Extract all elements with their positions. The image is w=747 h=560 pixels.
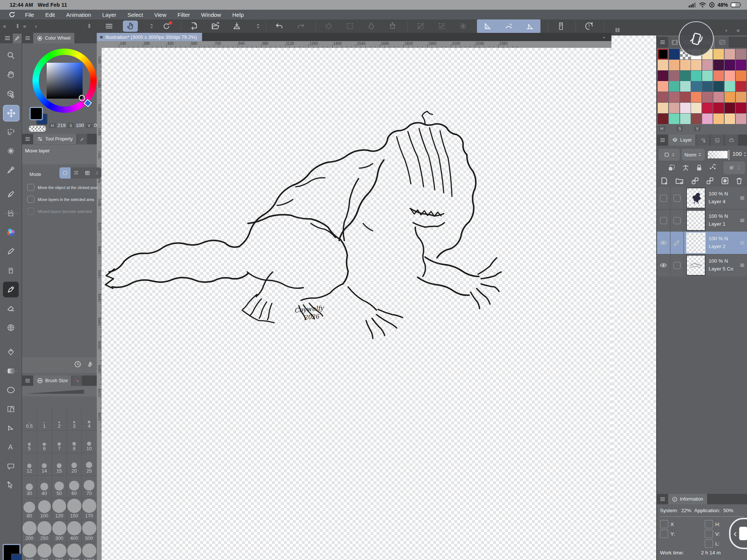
brush-size-120[interactable]: 120: [52, 498, 67, 520]
opacity-slider[interactable]: [708, 151, 729, 158]
tab-brush-detail-stub[interactable]: [77, 134, 87, 144]
brush-size-2[interactable]: 2: [52, 408, 67, 431]
history-swatch[interactable]: [702, 114, 713, 124]
brush-size-250[interactable]: 250: [37, 520, 52, 543]
mask-options-button[interactable]: [723, 161, 745, 174]
history-swatch[interactable]: [713, 92, 724, 102]
tool-property-menu-icon[interactable]: [22, 136, 33, 142]
history-swatch[interactable]: [658, 103, 668, 113]
brush-size-70[interactable]: 70: [82, 476, 97, 498]
history-swatch[interactable]: [713, 71, 724, 81]
brush-size-4[interactable]: 4: [82, 408, 97, 431]
toolbar-updown-chevrons-button[interactable]: [144, 21, 159, 32]
brush-size-5[interactable]: 5: [22, 431, 37, 453]
toolbar-updown-chevrons-button[interactable]: [251, 21, 266, 32]
history-swatch[interactable]: [736, 71, 746, 81]
tool-spray[interactable]: [3, 263, 19, 278]
toolbar-redo-button[interactable]: [293, 21, 308, 32]
toolbar-ruler-snap-button[interactable]: [523, 21, 537, 32]
tool-figure[interactable]: [3, 382, 19, 398]
tool-hand[interactable]: [3, 67, 19, 83]
tab-brush-density-stub[interactable]: [72, 375, 82, 386]
layer-options-icon[interactable]: [740, 217, 746, 223]
menu-help[interactable]: Help: [227, 12, 249, 18]
brush-size-30[interactable]: 30: [22, 476, 37, 498]
history-swatch[interactable]: [691, 103, 701, 113]
history-swatch[interactable]: [725, 49, 735, 59]
toolbar-clip-studio-button[interactable]: [159, 21, 174, 32]
merge-down-button[interactable]: [706, 176, 715, 185]
mode-tone-button[interactable]: [71, 167, 82, 179]
main-color-chip[interactable]: [30, 107, 43, 120]
color-history-menu-icon[interactable]: [657, 39, 668, 46]
brush-size-1000[interactable]: 1000: [67, 543, 82, 560]
toolbar-save-file-button[interactable]: [229, 21, 244, 32]
transfer-down-button[interactable]: [691, 176, 700, 185]
brush-size-1[interactable]: 1: [37, 408, 52, 431]
tool-palette-menu-icon[interactable]: [4, 34, 11, 42]
tool-palette-tab[interactable]: [13, 34, 22, 43]
tool-decoration[interactable]: [3, 225, 19, 240]
brush-size-150[interactable]: 150: [67, 498, 82, 520]
tab-brush-size[interactable]: Brush Size: [33, 375, 71, 386]
history-swatch[interactable]: [669, 92, 679, 102]
history-swatch[interactable]: [725, 114, 735, 124]
toolbar-open-file-button[interactable]: [208, 21, 223, 32]
layer-editing-pencil-icon[interactable]: [670, 232, 684, 254]
color-wheel-menu-icon[interactable]: [22, 35, 33, 41]
tool-ruler-tool[interactable]: [3, 420, 19, 436]
tab-color-set[interactable]: [716, 37, 729, 48]
history-swatch[interactable]: [725, 71, 735, 81]
mode-more-chevrons[interactable]: [93, 167, 101, 179]
tool-balloon[interactable]: [3, 458, 19, 474]
expand-right2-icon[interactable]: »: [737, 27, 740, 33]
layer-row-layer-2[interactable]: 100 % NLayer 2: [657, 232, 747, 254]
layer-row-layer-5-co[interactable]: 100 % NLayer 5 Co: [657, 254, 747, 277]
tool-object[interactable]: [3, 477, 19, 493]
history-swatch[interactable]: [736, 49, 746, 59]
sort-s-button[interactable]: S: [676, 126, 683, 131]
panel-handle2[interactable]: ‖: [88, 23, 90, 29]
layer-thumbnail[interactable]: [686, 232, 706, 253]
lock-layer-icon[interactable]: [695, 164, 703, 172]
history-swatch[interactable]: [725, 103, 735, 113]
history-swatch[interactable]: [658, 71, 668, 81]
brush-size-14[interactable]: 14: [37, 453, 52, 476]
brush-size-50[interactable]: 50: [52, 476, 67, 498]
history-swatch[interactable]: [658, 114, 668, 124]
tool-eyedropper[interactable]: [3, 162, 19, 178]
brush-size-7[interactable]: 7: [52, 431, 67, 453]
brush-size-300[interactable]: 300: [52, 520, 67, 543]
tool-text[interactable]: A: [3, 439, 19, 455]
history-swatch[interactable]: [669, 71, 679, 81]
tool-auto-select[interactable]: [3, 143, 19, 159]
brush-size-170[interactable]: 170: [82, 498, 97, 520]
layer-visible-eye-icon[interactable]: [657, 232, 670, 254]
new-folder-button[interactable]: [675, 176, 684, 185]
menu-layer[interactable]: Layer: [97, 12, 122, 18]
history-swatch[interactable]: [736, 103, 746, 113]
new-layer-button[interactable]: [660, 176, 669, 185]
history-swatch[interactable]: [669, 114, 679, 124]
layer-draft-checkbox[interactable]: [670, 254, 684, 276]
tool-zoom[interactable]: [3, 48, 19, 64]
tab-color-wheel[interactable]: Color Wheel: [33, 33, 74, 43]
brush-size-200[interactable]: 200: [22, 520, 37, 543]
toolbar-new-canvas-button[interactable]: [187, 21, 202, 32]
information-menu-icon[interactable]: [657, 496, 668, 502]
toolbar-undo-button[interactable]: [272, 21, 287, 32]
toolbar-snap-special-button[interactable]: [434, 21, 449, 32]
history-swatch[interactable]: [680, 92, 691, 102]
history-swatch[interactable]: [725, 60, 735, 70]
layer-visible-eye-icon[interactable]: [657, 254, 670, 276]
history-swatch[interactable]: [702, 71, 713, 81]
tab-subtool-detail[interactable]: [710, 134, 724, 146]
tool-airbrush[interactable]: [3, 205, 19, 221]
history-swatch[interactable]: [691, 60, 701, 70]
menu-view[interactable]: View: [149, 12, 172, 18]
history-swatch[interactable]: [725, 81, 735, 92]
layer-visible-checkbox[interactable]: [657, 209, 670, 232]
brush-size-menu-icon[interactable]: [22, 377, 33, 384]
toolbar-transform-button[interactable]: [385, 21, 400, 32]
toolbar-processing-button[interactable]: [321, 21, 336, 32]
